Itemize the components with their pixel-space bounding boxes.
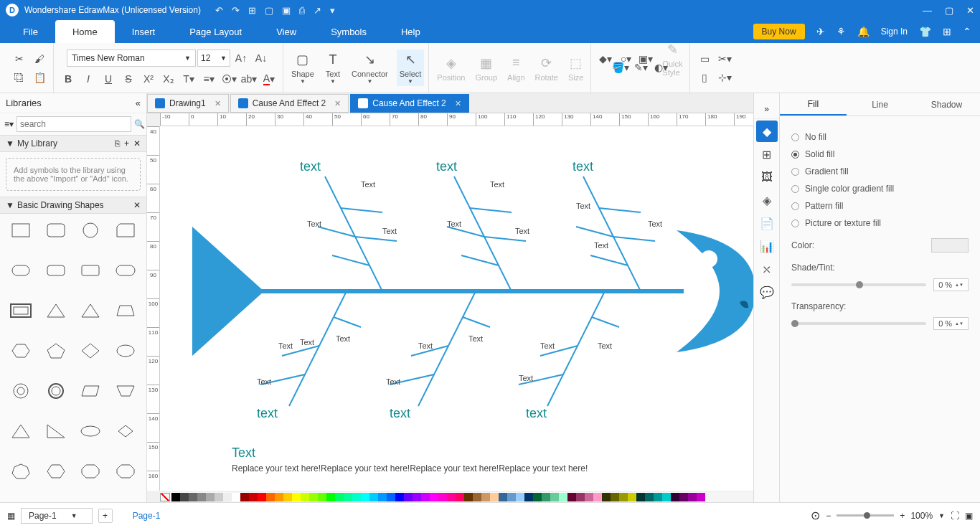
color-swatch[interactable]	[438, 493, 447, 501]
undo-icon[interactable]: ↶	[215, 5, 223, 16]
lib-filter-icon[interactable]: ≡▾	[4, 119, 14, 129]
menu-home[interactable]: Home	[55, 20, 115, 43]
color-swatch[interactable]	[430, 493, 438, 501]
print-icon[interactable]: ⎙	[299, 5, 305, 16]
connector-tool[interactable]: ↘Connector▼	[349, 50, 391, 86]
shirt-icon[interactable]: 👕	[919, 26, 931, 37]
color-swatch[interactable]	[266, 493, 275, 501]
sub-label[interactable]: Text	[576, 202, 590, 210]
color-swatch[interactable]	[636, 493, 645, 501]
sub-label[interactable]: Text	[418, 341, 433, 350]
same-height-icon[interactable]: ▯	[695, 70, 714, 85]
color-swatch[interactable]	[593, 493, 602, 501]
color-swatch[interactable]	[679, 493, 688, 501]
color-swatch[interactable]	[671, 493, 679, 501]
line-color-icon[interactable]: ✎▾	[631, 60, 650, 75]
cat-top-3[interactable]: text	[573, 159, 593, 174]
color-swatch[interactable]	[249, 493, 258, 501]
rotate-tool[interactable]: ⟳Rotate	[532, 53, 561, 83]
menu-page-layout[interactable]: Page Layout	[172, 20, 259, 43]
font-select[interactable]: Times New Roman▼	[67, 50, 196, 67]
transparency-slider[interactable]	[791, 322, 926, 325]
expand-right-icon[interactable]: »	[764, 104, 769, 114]
fill-panel-icon[interactable]: ◆	[756, 121, 778, 142]
page-panel-icon[interactable]: 📄	[756, 212, 778, 234]
color-swatch[interactable]	[931, 238, 969, 253]
shape-stadium[interactable]	[110, 260, 141, 281]
shape-frame[interactable]	[6, 300, 37, 321]
color-swatch[interactable]	[171, 493, 180, 501]
color-swatch[interactable]	[344, 493, 352, 501]
send-icon[interactable]: ✈	[816, 26, 825, 37]
buy-now-button[interactable]: Buy Now	[753, 24, 805, 39]
position-tool[interactable]: ◈Position	[434, 53, 468, 83]
shade-slider[interactable]	[791, 283, 926, 286]
menu-help[interactable]: Help	[384, 20, 438, 43]
subscript-icon[interactable]: X₂	[159, 71, 178, 87]
tab-line[interactable]: Line	[847, 93, 913, 116]
highlight-icon[interactable]: ab▾	[240, 71, 258, 87]
conclusion-title[interactable]: Text	[232, 446, 588, 461]
shape-pill[interactable]	[6, 260, 37, 281]
sub-label[interactable]: Text	[307, 220, 321, 228]
cat-top-1[interactable]: text	[300, 159, 321, 174]
sub-label[interactable]: Text	[594, 241, 608, 250]
format-painter-icon[interactable]: 🖌	[30, 51, 49, 67]
canvas[interactable]: text text text text text text Text Text …	[160, 126, 753, 491]
font-shrink-icon[interactable]: A↓	[252, 50, 270, 66]
color-swatch[interactable]	[550, 493, 559, 501]
color-swatch[interactable]	[490, 493, 499, 501]
color-swatch[interactable]	[301, 493, 309, 501]
shape-round2[interactable]	[41, 260, 72, 281]
text-tool[interactable]: TText▼	[323, 50, 343, 86]
fill-color-icon[interactable]: 🪣▾	[611, 60, 630, 75]
color-swatch[interactable]	[326, 493, 335, 501]
tab-close-icon[interactable]: ✕	[215, 99, 221, 108]
basic-shapes-section[interactable]: ▼Basic Drawing Shapes ✕	[0, 197, 146, 214]
close-icon[interactable]: ✕	[966, 5, 974, 16]
opt-solid[interactable]: Solid fill	[791, 149, 969, 159]
shape-tri3[interactable]	[6, 420, 37, 442]
color-swatch[interactable]	[447, 493, 456, 501]
open-icon[interactable]: ▢	[265, 5, 273, 16]
color-swatch[interactable]	[223, 493, 232, 501]
zoom-out-icon[interactable]: −	[826, 511, 831, 521]
fullscreen-icon[interactable]: ▣	[965, 511, 973, 521]
shape-hex2[interactable]	[41, 461, 72, 482]
shape-diamond[interactable]	[75, 340, 106, 362]
page-grid-icon[interactable]: ▦	[7, 511, 15, 521]
save-icon[interactable]: ▣	[282, 5, 291, 16]
conclusion-body[interactable]: Replace your text here!Replace your text…	[232, 463, 588, 473]
opt-pattern[interactable]: Pattern fill	[791, 201, 969, 211]
color-swatch[interactable]	[232, 493, 240, 501]
color-swatch[interactable]	[378, 493, 387, 501]
nocolor-swatch[interactable]	[160, 493, 170, 501]
shape-rounded-rect[interactable]	[41, 220, 72, 241]
tab-shadow[interactable]: Shadow	[913, 93, 980, 116]
sub-label[interactable]: Text	[386, 377, 400, 386]
sub-label[interactable]: Text	[382, 227, 397, 235]
export-icon[interactable]: ↗	[314, 5, 321, 16]
tab-cause-effect-b[interactable]: Cause And Effect 2✕	[350, 94, 469, 113]
opt-nofill[interactable]: No fill	[791, 132, 969, 142]
shape-ellipse2[interactable]	[75, 420, 106, 442]
add-page-button[interactable]: +	[98, 509, 113, 523]
color-swatch[interactable]	[215, 493, 223, 501]
bullets-icon[interactable]: ⦿▾	[220, 71, 238, 87]
shape-triangle2[interactable]	[75, 300, 106, 321]
spread-icon[interactable]: ⊹▾	[715, 70, 734, 85]
collapse-left-icon[interactable]: «	[136, 98, 141, 108]
sub-label[interactable]: Text	[278, 341, 293, 350]
cat-top-2[interactable]: text	[436, 159, 457, 174]
color-swatch[interactable]	[189, 493, 197, 501]
page-link[interactable]: Page-1	[133, 511, 161, 521]
theme-icon[interactable]: ◐▾	[651, 60, 670, 75]
color-swatch[interactable]	[413, 493, 421, 501]
menu-collapse-icon[interactable]: ⌃	[963, 26, 971, 37]
search-icon[interactable]: 🔍	[134, 119, 145, 129]
color-swatch[interactable]	[499, 493, 507, 501]
cat-bot-3[interactable]: text	[526, 406, 547, 421]
sub-label[interactable]: Text	[540, 341, 555, 350]
color-swatch[interactable]	[688, 493, 697, 501]
sub-label[interactable]: Text	[257, 377, 271, 386]
